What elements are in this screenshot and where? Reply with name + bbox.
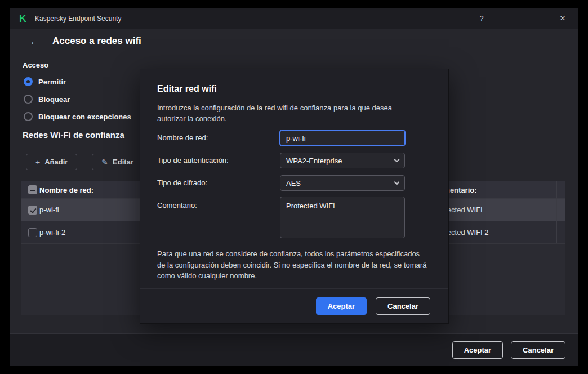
header-check-cell [21, 185, 39, 194]
row-comment: Protected WIFI 2 [434, 228, 556, 237]
row-checkbox[interactable] [28, 206, 37, 215]
dialog-footer: Aceptar Cancelar [140, 288, 448, 323]
dialog-cancel-button[interactable]: Cancelar [376, 297, 430, 315]
minimize-button[interactable]: – [500, 8, 517, 29]
plus-icon: + [35, 158, 40, 167]
access-section-heading: Acceso [23, 61, 48, 69]
cipher-type-select[interactable]: AES [280, 175, 405, 191]
radio-unselected-icon [24, 95, 33, 104]
row-check-cell [21, 228, 39, 237]
radio-label: Bloquear con excepciones [38, 113, 131, 121]
column-header-comment: Comentario: [434, 186, 556, 194]
app-title: Kaspersky Endpoint Security [35, 15, 121, 23]
table-scrollbar-gutter [556, 221, 565, 243]
dialog-title: Editar red wifi [157, 84, 217, 94]
cipher-type-value: AES [286, 179, 395, 188]
close-icon: ✕ [560, 14, 566, 23]
pencil-icon: ✎ [101, 158, 108, 167]
table-scrollbar-gutter [556, 181, 565, 198]
table-scrollbar-gutter [556, 199, 565, 221]
window-footer: Aceptar Cancelar [10, 333, 578, 366]
add-button-label: Añadir [44, 158, 68, 166]
radio-bloquear-excepciones[interactable]: Bloquear con excepciones [24, 112, 131, 121]
field-row-name: Nombre de red: [157, 130, 405, 146]
auth-type-value: WPA2-Enterprise [286, 157, 395, 165]
field-row-comment: Comentario: Protected WIFI [157, 197, 405, 238]
radio-permitir[interactable]: Permitir [24, 77, 131, 86]
maximize-button[interactable] [527, 8, 544, 29]
add-button[interactable]: + Añadir [26, 154, 77, 170]
radio-selected-icon [24, 77, 33, 86]
minimize-icon: – [506, 14, 510, 23]
dialog-accept-button[interactable]: Aceptar [316, 297, 367, 315]
row-checkbox[interactable] [28, 228, 37, 237]
back-button[interactable]: ← [29, 36, 40, 47]
row-check-cell [21, 206, 39, 215]
field-row-cipher: Tipo de cifrado: AES [157, 175, 405, 191]
edit-wifi-dialog: Editar red wifi Introduzca la configurac… [140, 69, 449, 324]
radio-unselected-icon [24, 112, 33, 121]
trusted-section-heading: Redes Wi-Fi de confianza [23, 130, 124, 140]
close-button[interactable]: ✕ [554, 8, 571, 29]
cipher-type-label: Tipo de cifrado: [157, 175, 280, 191]
help-button[interactable]: ? [473, 8, 490, 29]
radio-label: Bloquear [38, 95, 70, 104]
row-comment: Protected WIFI [434, 206, 556, 214]
network-name-label: Nombre de red: [157, 130, 280, 146]
window-accept-button[interactable]: Aceptar [452, 341, 503, 359]
maximize-icon [533, 16, 538, 21]
screen: K Kaspersky Endpoint Security ? – ✕ ← Ac… [0, 0, 588, 374]
comment-label: Comentario: [157, 197, 280, 238]
page-title: Acceso a redes wifi [52, 35, 141, 47]
auth-type-label: Tipo de autenticación: [157, 153, 280, 168]
kaspersky-logo-icon: K [19, 14, 29, 24]
auth-type-select[interactable]: WPA2-Enterprise [280, 153, 405, 168]
radio-bloquear[interactable]: Bloquear [24, 95, 131, 104]
comment-textarea[interactable]: Protected WIFI [280, 197, 405, 238]
network-name-input[interactable] [280, 130, 405, 146]
chevron-down-icon [394, 157, 400, 162]
radio-label: Permitir [38, 78, 66, 86]
dialog-description: Introduzca la configuración de la red wi… [157, 103, 417, 124]
trusted-toolbar: + Añadir ✎ Editar [26, 154, 143, 170]
edit-button[interactable]: ✎ Editar [92, 154, 143, 170]
dialog-note: Para que una red se considere de confian… [157, 248, 429, 282]
chevron-down-icon [394, 179, 400, 185]
window-cancel-button[interactable]: Cancelar [511, 341, 565, 359]
select-all-checkbox[interactable] [28, 185, 37, 194]
edit-button-label: Editar [113, 158, 133, 166]
titlebar: K Kaspersky Endpoint Security ? – ✕ [10, 8, 578, 29]
page-header: ← Acceso a redes wifi [29, 35, 141, 47]
help-icon: ? [479, 14, 483, 23]
access-radio-group: Permitir Bloquear Bloquear con excepcion… [24, 77, 131, 121]
field-row-auth: Tipo de autenticación: WPA2-Enterprise [157, 153, 405, 168]
